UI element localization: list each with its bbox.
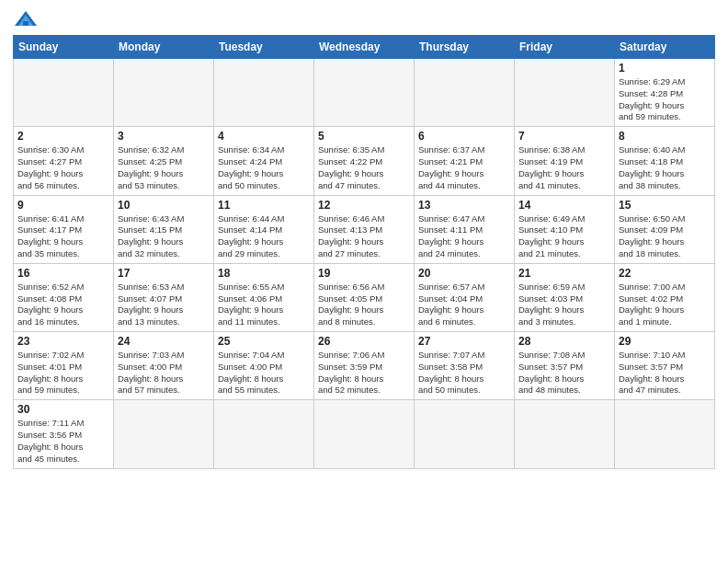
calendar-week-row: 23Sunrise: 7:02 AMSunset: 4:01 PMDayligh… <box>14 332 715 400</box>
day-info: Sunrise: 6:55 AMSunset: 4:06 PMDaylight:… <box>218 282 310 328</box>
day-info: Sunrise: 7:11 AMSunset: 3:56 PMDaylight:… <box>17 418 109 465</box>
calendar-day-cell <box>415 59 515 127</box>
day-number: 12 <box>318 199 410 212</box>
calendar-day-cell: 25Sunrise: 7:04 AMSunset: 4:00 PMDayligh… <box>214 332 314 400</box>
calendar-day-cell: 27Sunrise: 7:07 AMSunset: 3:58 PMDayligh… <box>415 332 515 400</box>
day-number: 14 <box>518 199 610 212</box>
weekday-header-monday: Monday <box>114 36 214 59</box>
day-info: Sunrise: 6:43 AMSunset: 4:15 PMDaylight:… <box>118 213 210 260</box>
calendar-day-cell: 15Sunrise: 6:50 AMSunset: 4:09 PMDayligh… <box>615 195 715 263</box>
calendar-day-cell: 24Sunrise: 7:03 AMSunset: 4:00 PMDayligh… <box>114 332 214 400</box>
calendar-week-row: 9Sunrise: 6:41 AMSunset: 4:17 PMDaylight… <box>14 195 715 263</box>
header <box>13 9 715 29</box>
day-info: Sunrise: 7:02 AMSunset: 4:01 PMDaylight:… <box>17 350 109 396</box>
calendar-day-cell: 21Sunrise: 6:59 AMSunset: 4:03 PMDayligh… <box>515 263 615 331</box>
calendar-day-cell <box>314 400 415 468</box>
weekday-header-thursday: Thursday <box>415 36 515 59</box>
day-info: Sunrise: 6:49 AMSunset: 4:10 PMDaylight:… <box>518 213 610 260</box>
calendar-day-cell: 11Sunrise: 6:44 AMSunset: 4:14 PMDayligh… <box>214 195 314 263</box>
day-info: Sunrise: 7:08 AMSunset: 3:57 PMDaylight:… <box>518 350 610 396</box>
day-number: 22 <box>619 267 711 280</box>
weekday-header-tuesday: Tuesday <box>214 36 314 59</box>
calendar-day-cell: 3Sunrise: 6:32 AMSunset: 4:25 PMDaylight… <box>114 127 214 195</box>
day-info: Sunrise: 6:34 AMSunset: 4:24 PMDaylight:… <box>218 144 310 191</box>
day-info: Sunrise: 6:56 AMSunset: 4:05 PMDaylight:… <box>318 282 410 328</box>
day-number: 11 <box>218 199 310 212</box>
calendar-table: SundayMondayTuesdayWednesdayThursdayFrid… <box>13 35 715 469</box>
logo-icon <box>13 9 39 29</box>
day-number: 20 <box>418 267 510 280</box>
logo <box>13 9 42 29</box>
calendar-day-cell <box>114 400 214 468</box>
day-number: 6 <box>418 130 510 143</box>
day-info: Sunrise: 6:29 AMSunset: 4:28 PMDaylight:… <box>619 76 711 123</box>
day-number: 28 <box>518 335 610 348</box>
day-number: 17 <box>118 267 210 280</box>
day-number: 13 <box>418 199 510 212</box>
calendar-day-cell: 22Sunrise: 7:00 AMSunset: 4:02 PMDayligh… <box>615 263 715 331</box>
calendar-day-cell: 5Sunrise: 6:35 AMSunset: 4:22 PMDaylight… <box>314 127 415 195</box>
calendar-week-row: 1Sunrise: 6:29 AMSunset: 4:28 PMDaylight… <box>14 59 715 127</box>
calendar-day-cell <box>515 59 615 127</box>
calendar-day-cell: 20Sunrise: 6:57 AMSunset: 4:04 PMDayligh… <box>415 263 515 331</box>
calendar-day-cell: 8Sunrise: 6:40 AMSunset: 4:18 PMDaylight… <box>615 127 715 195</box>
calendar-day-cell: 10Sunrise: 6:43 AMSunset: 4:15 PMDayligh… <box>114 195 214 263</box>
calendar-day-cell: 29Sunrise: 7:10 AMSunset: 3:57 PMDayligh… <box>615 332 715 400</box>
day-info: Sunrise: 6:57 AMSunset: 4:04 PMDaylight:… <box>418 282 510 328</box>
day-info: Sunrise: 6:32 AMSunset: 4:25 PMDaylight:… <box>118 144 210 191</box>
calendar-day-cell <box>114 59 214 127</box>
day-number: 29 <box>619 335 711 348</box>
day-number: 3 <box>118 130 210 143</box>
day-number: 27 <box>418 335 510 348</box>
day-info: Sunrise: 6:30 AMSunset: 4:27 PMDaylight:… <box>17 144 109 191</box>
day-info: Sunrise: 6:52 AMSunset: 4:08 PMDaylight:… <box>17 282 109 328</box>
calendar-day-cell: 23Sunrise: 7:02 AMSunset: 4:01 PMDayligh… <box>14 332 114 400</box>
calendar-day-cell: 14Sunrise: 6:49 AMSunset: 4:10 PMDayligh… <box>515 195 615 263</box>
calendar-day-cell: 9Sunrise: 6:41 AMSunset: 4:17 PMDaylight… <box>14 195 114 263</box>
day-info: Sunrise: 6:37 AMSunset: 4:21 PMDaylight:… <box>418 144 510 191</box>
calendar-day-cell: 1Sunrise: 6:29 AMSunset: 4:28 PMDaylight… <box>615 59 715 127</box>
weekday-header-wednesday: Wednesday <box>314 36 415 59</box>
day-number: 23 <box>17 335 109 348</box>
day-number: 16 <box>17 267 109 280</box>
calendar-day-cell <box>515 400 615 468</box>
day-number: 26 <box>318 335 410 348</box>
day-number: 5 <box>318 130 410 143</box>
day-info: Sunrise: 6:41 AMSunset: 4:17 PMDaylight:… <box>17 213 109 260</box>
svg-rect-2 <box>23 21 28 26</box>
calendar-day-cell <box>415 400 515 468</box>
day-info: Sunrise: 6:59 AMSunset: 4:03 PMDaylight:… <box>518 282 610 328</box>
day-info: Sunrise: 6:50 AMSunset: 4:09 PMDaylight:… <box>619 213 711 260</box>
day-info: Sunrise: 7:06 AMSunset: 3:59 PMDaylight:… <box>318 350 410 396</box>
weekday-header-row: SundayMondayTuesdayWednesdayThursdayFrid… <box>14 36 715 59</box>
day-number: 15 <box>619 199 711 212</box>
day-number: 7 <box>518 130 610 143</box>
calendar-day-cell: 12Sunrise: 6:46 AMSunset: 4:13 PMDayligh… <box>314 195 415 263</box>
calendar-day-cell: 7Sunrise: 6:38 AMSunset: 4:19 PMDaylight… <box>515 127 615 195</box>
day-number: 30 <box>17 403 109 416</box>
day-info: Sunrise: 6:47 AMSunset: 4:11 PMDaylight:… <box>418 213 510 260</box>
day-number: 19 <box>318 267 410 280</box>
day-number: 1 <box>619 62 711 75</box>
calendar-day-cell: 4Sunrise: 6:34 AMSunset: 4:24 PMDaylight… <box>214 127 314 195</box>
calendar-day-cell: 30Sunrise: 7:11 AMSunset: 3:56 PMDayligh… <box>14 400 114 468</box>
day-info: Sunrise: 6:53 AMSunset: 4:07 PMDaylight:… <box>118 282 210 328</box>
calendar-day-cell: 28Sunrise: 7:08 AMSunset: 3:57 PMDayligh… <box>515 332 615 400</box>
calendar-week-row: 30Sunrise: 7:11 AMSunset: 3:56 PMDayligh… <box>14 400 715 468</box>
calendar-week-row: 2Sunrise: 6:30 AMSunset: 4:27 PMDaylight… <box>14 127 715 195</box>
day-info: Sunrise: 6:38 AMSunset: 4:19 PMDaylight:… <box>518 144 610 191</box>
day-number: 2 <box>17 130 109 143</box>
calendar-day-cell <box>214 400 314 468</box>
day-info: Sunrise: 6:35 AMSunset: 4:22 PMDaylight:… <box>318 144 410 191</box>
calendar-week-row: 16Sunrise: 6:52 AMSunset: 4:08 PMDayligh… <box>14 263 715 331</box>
calendar-day-cell: 18Sunrise: 6:55 AMSunset: 4:06 PMDayligh… <box>214 263 314 331</box>
day-number: 18 <box>218 267 310 280</box>
calendar-day-cell <box>314 59 415 127</box>
calendar-day-cell: 17Sunrise: 6:53 AMSunset: 4:07 PMDayligh… <box>114 263 214 331</box>
calendar-day-cell <box>14 59 114 127</box>
day-info: Sunrise: 7:03 AMSunset: 4:00 PMDaylight:… <box>118 350 210 396</box>
weekday-header-friday: Friday <box>515 36 615 59</box>
calendar-day-cell: 16Sunrise: 6:52 AMSunset: 4:08 PMDayligh… <box>14 263 114 331</box>
weekday-header-sunday: Sunday <box>14 36 114 59</box>
day-info: Sunrise: 7:04 AMSunset: 4:00 PMDaylight:… <box>218 350 310 396</box>
